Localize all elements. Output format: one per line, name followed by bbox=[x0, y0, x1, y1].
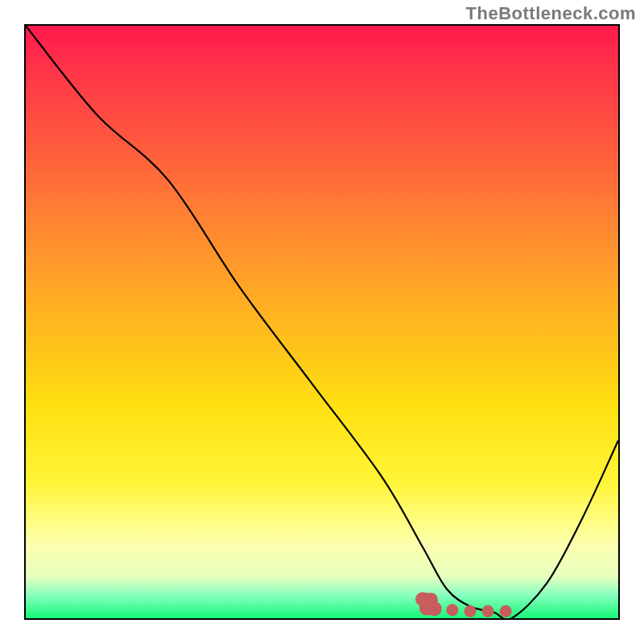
marker-dot bbox=[427, 601, 442, 616]
bottleneck-curve bbox=[26, 26, 618, 618]
plot-area bbox=[24, 24, 620, 620]
chart-svg bbox=[26, 26, 618, 618]
marker-dot bbox=[464, 605, 477, 617]
marker-dot bbox=[446, 604, 458, 616]
marker-dot bbox=[500, 605, 512, 617]
marker-dot bbox=[482, 605, 494, 617]
chart-frame: TheBottleneck.com bbox=[0, 0, 644, 644]
attribution-label: TheBottleneck.com bbox=[466, 3, 636, 24]
